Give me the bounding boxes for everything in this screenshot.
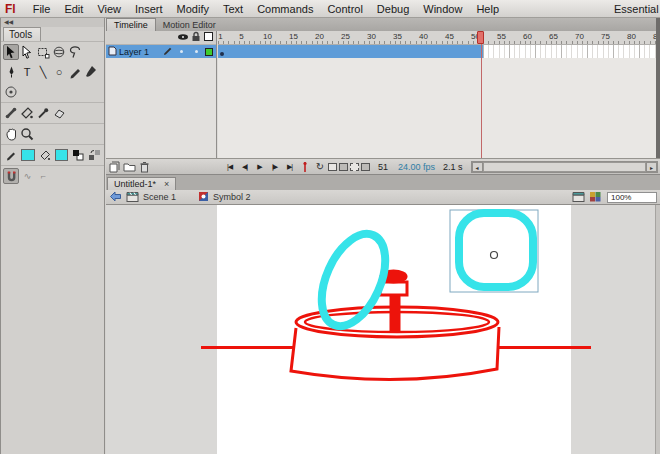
stroke-color-swatch[interactable] <box>21 149 35 161</box>
deco-tool-icon[interactable] <box>3 84 19 100</box>
layer-visible-dot[interactable] <box>180 50 183 53</box>
ruler-frame-label: 55 <box>497 32 506 41</box>
outline-color-column-icon[interactable] <box>203 31 214 44</box>
ruler-frame-label: 15 <box>289 32 298 41</box>
timeline-horizontal-scrollbar[interactable]: ◂ ▸ <box>471 161 658 173</box>
back-arrow-icon[interactable] <box>109 191 122 204</box>
play-button[interactable]: ▶ <box>253 160 266 173</box>
hand-tool-icon[interactable] <box>3 126 19 142</box>
frame-rate-readout[interactable]: 24.00 fps <box>398 162 435 172</box>
step-back-button[interactable]: ◀| <box>238 160 251 173</box>
selection-tool-icon[interactable] <box>3 44 19 60</box>
bone-tool-icon[interactable] <box>3 105 19 121</box>
ruler-frame-label: 1 <box>218 32 222 41</box>
scroll-left-arrow-icon[interactable]: ◂ <box>472 162 483 172</box>
default-colors-icon[interactable] <box>70 147 86 163</box>
menu-item-control[interactable]: Control <box>320 3 369 15</box>
menu-item-debug[interactable]: Debug <box>370 3 416 15</box>
zoom-tool-icon[interactable] <box>19 126 35 142</box>
new-layer-button[interactable] <box>108 160 121 173</box>
lock-icon[interactable] <box>191 31 201 44</box>
delete-layer-button[interactable] <box>138 160 151 173</box>
selected-frame-span[interactable] <box>218 45 483 58</box>
free-transform-tool-icon[interactable] <box>35 44 51 60</box>
close-document-icon[interactable]: × <box>164 179 169 189</box>
fill-color-swatch[interactable] <box>55 149 69 161</box>
drawing-post-stem[interactable] <box>390 293 401 331</box>
edit-scene-icon[interactable] <box>572 191 586 204</box>
lasso-tool-icon[interactable] <box>67 44 83 60</box>
text-tool-icon[interactable]: T <box>19 64 35 80</box>
menu-item-text[interactable]: Text <box>216 3 250 15</box>
pencil-tool-icon[interactable] <box>67 64 83 80</box>
breadcrumb-scene[interactable]: Scene 1 <box>143 192 176 202</box>
snap-to-objects-icon[interactable] <box>3 168 19 184</box>
layer-names-column: Layer 1 <box>106 31 217 158</box>
playhead-marker[interactable] <box>477 31 484 44</box>
symbol-icon <box>198 191 209 204</box>
empty-frames[interactable] <box>483 45 656 58</box>
document-tab-bar: Untitled-1* × <box>106 174 660 190</box>
layer-name[interactable]: Layer 1 <box>119 47 161 57</box>
3d-rotation-tool-icon[interactable] <box>51 44 67 60</box>
elapsed-time-readout: 2.1 s <box>443 162 463 172</box>
modify-onion-markers-icon[interactable] <box>361 163 370 171</box>
stage-vertical-scrollbar[interactable] <box>655 205 660 454</box>
collapse-panel-button[interactable]: ◀◀ <box>1 18 104 27</box>
layer-lock-dot[interactable] <box>195 50 198 53</box>
eraser-tool-icon[interactable] <box>51 105 67 121</box>
tools-panel-tab[interactable]: Tools <box>3 27 41 41</box>
onion-skin-icon[interactable] <box>328 163 337 171</box>
timeline-right-scroll-edge[interactable] <box>656 18 660 158</box>
brush-tool-icon[interactable] <box>83 64 99 80</box>
menu-item-file[interactable]: File <box>26 3 58 15</box>
stage-area[interactable] <box>106 205 660 454</box>
edit-multiple-frames-icon[interactable] <box>350 163 359 171</box>
goto-first-frame-button[interactable]: |◀ <box>223 160 236 173</box>
edit-symbol-icon[interactable] <box>589 191 602 204</box>
menu-item-modify[interactable]: Modify <box>170 3 216 15</box>
menu-item-view[interactable]: View <box>90 3 128 15</box>
show-hide-eye-icon[interactable] <box>177 32 189 44</box>
menu-item-edit[interactable]: Edit <box>57 3 90 15</box>
loop-playback-icon[interactable]: ↻ <box>313 160 326 173</box>
onion-skin-outlines-icon[interactable] <box>339 163 348 171</box>
pen-tool-icon[interactable] <box>3 64 19 80</box>
line-tool-icon[interactable]: ╲ <box>35 64 51 80</box>
document-tab[interactable]: Untitled-1* × <box>107 177 176 190</box>
layer-row[interactable]: Layer 1 <box>106 45 216 58</box>
drawing-cyan-squircle[interactable] <box>459 213 533 287</box>
frame-ruler[interactable]: 1510152025303540455055606570758085 <box>218 31 656 45</box>
layer-editing-pencil-icon <box>163 46 173 58</box>
tab-motion-editor[interactable]: Motion Editor <box>156 19 223 31</box>
straighten-option-icon[interactable]: ⌐ <box>35 168 51 184</box>
scroll-right-arrow-icon[interactable]: ▸ <box>646 162 657 172</box>
edit-bar: Scene 1 Symbol 2 100% <box>106 190 660 205</box>
timeline-tab-bar: Timeline Motion Editor <box>106 18 660 31</box>
step-forward-button[interactable]: |▶ <box>268 160 281 173</box>
swap-colors-icon[interactable] <box>86 147 102 163</box>
workspace-switcher[interactable]: Essential <box>614 3 660 15</box>
smooth-option-icon[interactable]: ∿ <box>19 168 35 184</box>
oval-tool-icon[interactable]: ○ <box>51 64 67 80</box>
paint-bucket-tool-icon[interactable] <box>19 105 35 121</box>
layer-frames-row[interactable] <box>218 45 656 58</box>
menu-item-window[interactable]: Window <box>416 3 469 15</box>
menu-item-help[interactable]: Help <box>469 3 506 15</box>
menu-item-insert[interactable]: Insert <box>128 3 170 15</box>
symbol-registration-point <box>491 252 498 259</box>
scrollbar-thumb[interactable] <box>483 162 646 172</box>
subselection-tool-icon[interactable] <box>19 44 35 60</box>
menu-item-commands[interactable]: Commands <box>250 3 320 15</box>
frames-area[interactable]: 1510152025303540455055606570758085 <box>218 31 656 158</box>
breadcrumb-symbol[interactable]: Symbol 2 <box>213 192 251 202</box>
tab-timeline[interactable]: Timeline <box>106 18 156 31</box>
layer-outline-swatch[interactable] <box>205 48 213 56</box>
new-folder-button[interactable] <box>123 160 136 173</box>
goto-last-frame-button[interactable]: ▶| <box>283 160 296 173</box>
eyedropper-tool-icon[interactable] <box>35 105 51 121</box>
keyframe-dot[interactable] <box>220 52 224 56</box>
stage-zoom-field[interactable]: 100% <box>607 192 657 203</box>
timeline-panel: Timeline Motion Editor Layer 1 151015202… <box>106 18 660 174</box>
center-playhead-icon[interactable] <box>298 160 311 173</box>
